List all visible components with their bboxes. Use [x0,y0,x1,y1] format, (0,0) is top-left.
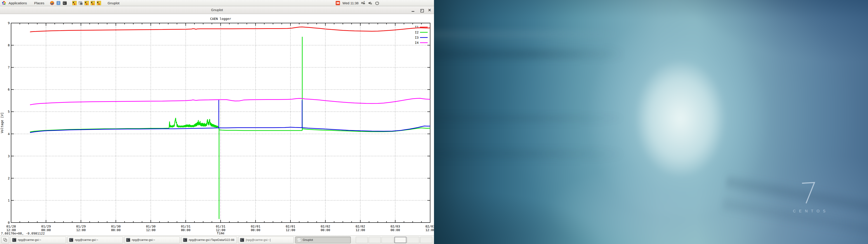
svg-text:00:00: 00:00 [111,228,121,232]
svg-text:0: 0 [8,221,10,224]
taskbar-button[interactable]: [npg@carme-gsi:~] [238,237,294,243]
svg-text:I2: I2 [415,30,418,34]
panel-active-app-label[interactable]: Gnuplot [105,1,122,5]
applications-menu-icon[interactable] [2,0,6,6]
show-desktop-button[interactable] [1,237,9,243]
workspace-cell-3[interactable] [381,237,394,243]
centos-wallpaper: CENTOS [434,0,868,244]
firefox-icon[interactable] [50,0,55,6]
network-icon[interactable]: ? [361,0,366,6]
volume-muted-icon[interactable] [368,0,373,6]
taskbar-button[interactable]: npg@carme-gsi:/TapeData/G22-88 [181,237,237,243]
taskbar-button[interactable]: npg@carme-gsi:~ [67,237,123,243]
workspace-cell-5[interactable] [407,237,419,243]
svg-text:Voltage [V]: Voltage [V] [0,112,4,133]
svg-text:00:00: 00:00 [181,228,190,232]
taskbar-button-label: npg@carme-gsi:/TapeData/G22-88 [189,238,235,242]
svg-text:M: M [85,2,86,4]
gnuplot-window: Gnuplot 012345678901/2812:0001/2900:0001… [0,6,434,236]
svg-text:01/28: 01/28 [6,224,16,228]
svg-text:12:00: 12:00 [6,228,16,232]
svg-text:Time: Time [217,231,224,235]
svg-text:8: 8 [8,43,10,47]
svg-text:12:00: 12:00 [355,228,365,232]
svg-text:02/03: 02/03 [391,224,400,228]
svg-text:00:00: 00:00 [41,228,51,232]
workspace-cell-2[interactable] [369,237,381,243]
svg-text:2: 2 [8,177,10,180]
svg-text:4: 4 [8,132,10,136]
terminal-icon[interactable] [62,0,67,6]
svg-text:1: 1 [8,199,10,202]
power-icon[interactable] [375,0,379,6]
svg-text:5: 5 [8,110,10,114]
taskbar: npg@carme-gsi:~npg@carme-gsi:~npg@carme-… [0,236,434,244]
svg-text:00:00: 00:00 [391,228,400,232]
svg-text:M: M [91,2,92,4]
svg-text:00:00: 00:00 [320,228,330,232]
taskbar-button-label: [npg@carme-gsi:~] [246,238,271,242]
status-coordinates: 7.60170e+08, -0.0981122 [1,232,45,235]
svg-text:?: ? [364,1,365,3]
workspace-switcher[interactable] [356,237,432,243]
taskbar-button[interactable]: npg@carme-gsi:~ [124,237,180,243]
svg-text:02/02: 02/02 [355,224,365,228]
alarm-applet-icon[interactable] [336,0,340,6]
taskbar-button-label: npg@carme-gsi:~ [132,238,155,242]
svg-text:3: 3 [8,154,10,158]
svg-text:02/02: 02/02 [320,224,330,228]
midas-icon[interactable]: M [72,0,77,6]
svg-text:12:00: 12:00 [286,228,295,232]
clock[interactable]: Wed 11:38 [342,1,359,5]
centos-brand-text: CENTOS [793,209,829,213]
centos-7-glyph [801,182,816,204]
taskbar-button-label: Gnuplot [303,238,313,242]
file-manager-icon[interactable] [56,0,61,6]
svg-text:01/30: 01/30 [146,224,156,228]
screenshot-icon[interactable] [78,0,83,6]
svg-text:00:00: 00:00 [251,228,260,232]
taskbar-button[interactable]: Gnuplot [295,237,351,243]
top-panel: Applications Places [0,0,434,6]
workspace-cell-6[interactable] [420,237,432,243]
primary-monitor: Applications Places [0,0,434,244]
taskbar-button-label: npg@carme-gsi:~ [75,238,98,242]
places-menu[interactable]: Places [32,1,46,5]
secondary-monitor: CENTOS [434,0,868,244]
svg-text:9: 9 [8,21,10,25]
svg-text:I4: I4 [415,41,418,44]
svg-text:CAEN logger: CAEN logger [210,17,231,21]
applications-menu[interactable]: Applications [6,1,29,5]
taskbar-button-label: npg@carme-gsi:~ [18,238,41,242]
midas-icon[interactable]: M [90,0,95,6]
svg-text:6: 6 [8,88,10,91]
svg-text:12:00: 12:00 [146,228,156,232]
svg-text:01/31: 01/31 [216,224,225,228]
window-title: Gnuplot [0,8,434,12]
close-button[interactable] [427,6,433,14]
taskbar-button[interactable]: npg@carme-gsi:~ [10,237,66,243]
svg-text:02/01: 02/01 [286,224,295,228]
svg-text:01/29: 01/29 [41,224,51,228]
svg-text:12:00: 12:00 [76,228,86,232]
svg-text:I3: I3 [415,36,418,39]
plot-canvas: 012345678901/2812:0001/2900:0001/2912:00… [0,14,434,236]
svg-text:01/31: 01/31 [181,224,190,228]
svg-text:7: 7 [8,65,10,69]
svg-text:M: M [73,2,74,4]
svg-text:01/29: 01/29 [76,224,86,228]
window-titlebar[interactable]: Gnuplot [0,6,434,14]
svg-text:12:00: 12:00 [426,228,434,232]
workspace-cell-1[interactable] [356,237,368,243]
svg-text:02/01: 02/01 [251,224,260,228]
midas-icon[interactable]: M [84,0,89,6]
midas-icon[interactable]: M [96,0,101,6]
maximize-button[interactable] [418,6,425,14]
minimize-button[interactable] [410,6,416,14]
svg-text:02/03: 02/03 [426,224,434,228]
workspace-cell-4[interactable] [395,237,406,243]
svg-text:M: M [97,2,98,4]
svg-text:01/30: 01/30 [111,224,121,228]
voltage-chart: 012345678901/2812:0001/2900:0001/2912:00… [0,14,434,236]
